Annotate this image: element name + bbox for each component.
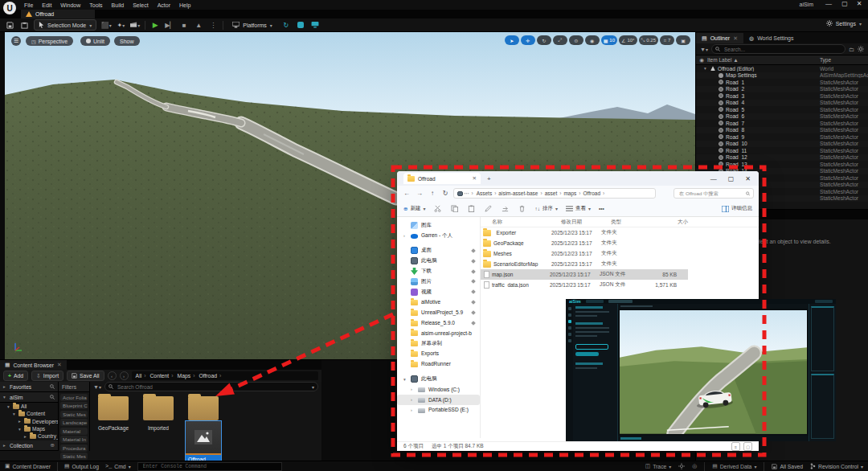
minimize-button[interactable]: — [821, 0, 836, 9]
sidebar-item[interactable]: 视频 [397, 287, 480, 297]
more-options-icon[interactable]: ••• [599, 206, 604, 211]
level-tab[interactable]: Offroad [21, 10, 95, 18]
type-column[interactable]: Type [820, 57, 868, 63]
outliner-row[interactable]: ▾ Offroad (Editor) World [696, 65, 868, 72]
breadcrumb-item[interactable]: All [136, 373, 149, 379]
menu-item[interactable]: Build [112, 2, 125, 8]
asset-searchbox[interactable]: ▾ [104, 382, 318, 391]
breadcrumb-item[interactable]: Maps [178, 373, 198, 379]
filter-item[interactable]: Material [60, 428, 88, 435]
close-tab-icon[interactable]: ✕ [57, 362, 62, 368]
file-row[interactable]: map.json 2025/12/23 15:17 JSON 文件 85 KB [481, 269, 688, 280]
explorer-tab[interactable]: Offroad ✕ [403, 173, 481, 184]
tab-outliner[interactable]: ▤ Outliner ✕ [696, 33, 743, 43]
blueprints-icon[interactable]: ✦▾ [116, 21, 125, 30]
insights-gear-icon[interactable] [678, 463, 685, 469]
breadcrumb-item[interactable]: Assets [477, 190, 499, 196]
menu-item[interactable]: File [24, 2, 33, 8]
source-control-icon[interactable] [19, 21, 29, 30]
explorer-searchbox[interactable] [674, 188, 754, 199]
perspective-dropdown[interactable]: ◳ Perspective [26, 36, 73, 46]
rotation-snap-toggle[interactable]: ∠ 10° [619, 35, 637, 45]
details-view-toggle[interactable]: ≡ [731, 442, 740, 451]
breadcrumb-item[interactable]: aisim-asset-base [498, 190, 544, 196]
paste-icon[interactable] [467, 204, 476, 213]
new-folder-icon[interactable]: 🗀 [849, 47, 854, 52]
minimize-button[interactable]: — [710, 175, 717, 182]
filter-item[interactable]: Procedura [60, 444, 88, 452]
maximize-button[interactable]: ▢ [728, 175, 735, 182]
up-icon[interactable]: ↑ [428, 190, 437, 197]
output-log-button[interactable]: ▤Output Log [64, 463, 99, 469]
console-command-input[interactable] [141, 463, 278, 470]
menu-item[interactable]: Tools [89, 2, 102, 8]
view-dropdown[interactable]: 查看▾ [566, 205, 591, 212]
refresh-icon[interactable]: ↻ [440, 190, 450, 197]
tab-world-settings[interactable]: ◍ World Settings [743, 33, 800, 43]
rename-icon[interactable] [484, 204, 493, 213]
details-pane-button[interactable]: 详细信息 [722, 205, 752, 212]
forward-button[interactable]: › [120, 371, 129, 380]
sidebar-item[interactable]: RoadRunner [397, 358, 480, 369]
file-row[interactable]: Meshes 2025/12/23 15:17 文件夹 [481, 248, 688, 259]
menu-item[interactable]: Help [179, 2, 190, 8]
camera-speed-button[interactable]: ⌗ 7 [660, 35, 674, 45]
save-all-button[interactable]: Save All [67, 371, 104, 381]
breadcrumb-item[interactable]: asset [545, 190, 564, 196]
forward-icon[interactable]: → [415, 190, 424, 197]
cut-icon[interactable] [433, 204, 442, 213]
play-options-icon[interactable]: ⋮ [208, 21, 218, 30]
filter-item[interactable]: Blueprint C [60, 402, 88, 409]
outliner-row[interactable]: Road_10 StaticMeshActor [696, 141, 868, 148]
tree-folder-item[interactable]: ▾ Content [0, 410, 58, 417]
breadcrumb-item[interactable]: Content [149, 373, 175, 379]
tree-folder-item[interactable]: ▸ Country_S [0, 432, 58, 440]
asset-tile[interactable]: Imported Imported [140, 394, 177, 471]
outliner-row[interactable]: Road_12 StaticMeshActor [696, 154, 868, 162]
menu-item[interactable]: Actor [158, 2, 170, 8]
cmd-dropdown[interactable]: >_ Cmd▾ [105, 463, 131, 469]
file-row[interactable]: traffic_data.json 2025/12/23 15:17 JSON … [481, 280, 688, 290]
outliner-row[interactable]: Road_7 StaticMeshActor [696, 120, 868, 127]
sidebar-item[interactable]: 图库 [397, 220, 480, 231]
eject-button[interactable]: ▲ [194, 21, 203, 30]
sidebar-item[interactable]: UnrealProject_5.9 [397, 307, 480, 317]
filter-funnel-icon[interactable]: ▼▾ [93, 384, 101, 390]
sidebar-item[interactable]: ▾ 此电脑 [397, 374, 480, 384]
maximize-button[interactable]: ▢ [837, 0, 852, 9]
outliner-row[interactable]: Road_3 StaticMeshActor [696, 92, 868, 100]
file-row[interactable]: _Exporter 2025/12/23 15:17 文件夹 [481, 227, 688, 238]
outliner-row[interactable]: Road_2 StaticMeshActor [696, 86, 868, 93]
sidebar-item[interactable]: aisim-unreal-project-b [397, 328, 480, 338]
skip-button[interactable]: ▶▏ [165, 21, 174, 30]
delete-icon[interactable] [518, 204, 526, 213]
filter-item[interactable]: Actor Folia [60, 394, 88, 401]
filter-item[interactable]: Material In [60, 436, 88, 443]
asset-tile[interactable]: GeoPackage GeoPackage [95, 394, 132, 471]
device-preview-icon[interactable] [310, 21, 320, 30]
share-icon[interactable] [501, 204, 510, 213]
sidebar-item[interactable]: Release_5.9.0 [397, 317, 480, 328]
sidebar-item[interactable]: 此电脑 [397, 256, 480, 266]
settings-dropdown[interactable]: Settings▾ [826, 20, 862, 27]
outliner-search-input[interactable] [723, 46, 841, 53]
selection-mode-dropdown[interactable]: Selection Mode▾ [34, 19, 96, 31]
content-drawer-button[interactable]: ▣Content Drawer [5, 463, 51, 469]
recompile-icon[interactable]: ↻ [281, 21, 291, 30]
revision-control-dropdown[interactable]: Revision Control▾ [810, 463, 863, 469]
tree-folder-item[interactable]: ▾ All [0, 403, 58, 410]
asset-tile[interactable]: Offroad Level Offroad [185, 394, 222, 471]
item-label-column[interactable]: Item Label ▲ [707, 57, 820, 63]
visibility-eye-icon[interactable]: ◉ [696, 57, 707, 63]
column-type[interactable]: 类型 [611, 219, 653, 226]
outliner-row[interactable]: Map Settings AiSimMapSettingsActor [696, 72, 868, 80]
cinematics-icon[interactable]: ▾ [130, 21, 140, 30]
icons-view-toggle[interactable]: ▢ [743, 442, 752, 451]
move-tool-icon[interactable]: ✛ [521, 35, 535, 45]
snapshot-icon[interactable]: ◎ [692, 463, 697, 469]
viewport-menu-button[interactable]: ☰ [11, 36, 21, 46]
new-tab-button[interactable]: + [487, 175, 491, 182]
outliner-row[interactable]: Road_9 StaticMeshActor [696, 133, 868, 141]
tree-folder-item[interactable]: ▸ Developers [0, 418, 58, 425]
asset-icon[interactable] [296, 21, 305, 30]
